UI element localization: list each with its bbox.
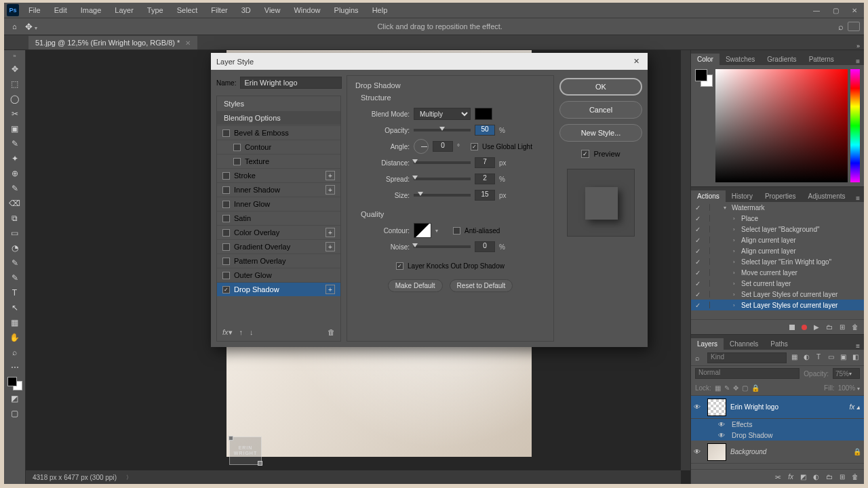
dialog-titlebar[interactable]: Layer Style ✕: [211, 53, 648, 70]
effect-checkbox[interactable]: [233, 144, 241, 151]
menu-type[interactable]: Type: [140, 4, 170, 16]
effect-pattern-overlay[interactable]: Pattern Overlay: [217, 253, 340, 268]
lock-artboard-icon[interactable]: ▢: [742, 384, 748, 392]
effect-texture[interactable]: Texture: [217, 154, 340, 168]
effect-checkbox[interactable]: [222, 201, 230, 208]
reset-default-button[interactable]: Reset to Default: [450, 279, 513, 292]
tool-16[interactable]: ↖: [7, 301, 22, 314]
add-effect-icon[interactable]: +: [326, 171, 335, 180]
tool-0[interactable]: ✥: [7, 62, 22, 76]
name-input[interactable]: [240, 77, 342, 89]
tool-1[interactable]: ⬚: [7, 77, 22, 91]
tab-adjustments[interactable]: Adjustments: [802, 190, 852, 202]
close-button[interactable]: ✕: [845, 3, 864, 17]
dialog-close-icon[interactable]: ✕: [630, 56, 642, 68]
filter-type-icon[interactable]: T: [814, 353, 823, 363]
effect-checkbox[interactable]: ✓: [222, 286, 230, 293]
layer-name[interactable]: Erin Wright logo: [730, 403, 845, 411]
effect-checkbox[interactable]: [222, 229, 230, 237]
effect-bevel-emboss[interactable]: Bevel & Emboss: [217, 125, 340, 140]
tool-18[interactable]: ✋: [7, 331, 22, 344]
scrollbar-vertical[interactable]: [681, 50, 690, 470]
action-step[interactable]: ✓›Move current layer: [691, 267, 864, 278]
filter-toggle-icon[interactable]: ◧: [850, 353, 860, 363]
hue-strip[interactable]: [850, 69, 860, 182]
effect-checkbox[interactable]: [222, 243, 230, 251]
effect-outer-glow[interactable]: Outer Glow: [217, 268, 340, 282]
action-step[interactable]: ✓›Set Layer Styles of current layer: [691, 300, 864, 310]
effect-checkbox[interactable]: [222, 258, 230, 265]
tab-swatches[interactable]: Swatches: [719, 54, 761, 65]
effect-checkbox[interactable]: [222, 186, 230, 194]
panel-menu-icon[interactable]: ≡: [852, 58, 864, 65]
filter-adjust-icon[interactable]: ◐: [802, 353, 811, 363]
cancel-button[interactable]: Cancel: [559, 101, 642, 119]
tool-2[interactable]: ◯: [7, 92, 22, 106]
tab-color[interactable]: Color: [691, 54, 719, 65]
tool-5[interactable]: ✎: [7, 137, 22, 150]
record-icon[interactable]: [802, 325, 807, 330]
tool-12[interactable]: ◔: [7, 241, 22, 255]
tool-14[interactable]: ✎: [7, 271, 22, 285]
tool-6[interactable]: ✦: [7, 152, 22, 165]
tool-3[interactable]: ✂: [7, 107, 22, 121]
noise-input[interactable]: 0: [475, 241, 495, 252]
distance-input[interactable]: 7: [475, 157, 495, 168]
search-icon[interactable]: ⌕: [695, 354, 705, 362]
layer-thumb[interactable]: [707, 443, 726, 461]
document-tab[interactable]: 51.jpg @ 12,5% (Erin Wright logo, RGB/8)…: [28, 36, 197, 49]
menu-file[interactable]: File: [22, 4, 47, 16]
spread-slider[interactable]: [414, 178, 471, 180]
tab-layers[interactable]: Layers: [691, 338, 724, 350]
layer-effect[interactable]: 👁Drop Shadow: [691, 430, 864, 441]
adjustment-icon[interactable]: ◐: [813, 473, 819, 481]
menu-image[interactable]: Image: [74, 4, 108, 16]
make-default-button[interactable]: Make Default: [388, 279, 443, 292]
action-step[interactable]: ✓›Set current layer: [691, 278, 864, 289]
lock-all-icon[interactable]: 🔒: [751, 384, 760, 392]
tool-4[interactable]: ▣: [7, 122, 22, 136]
group-icon[interactable]: 🗀: [826, 473, 833, 481]
maximize-button[interactable]: ▢: [826, 3, 845, 17]
panel-menu-icon[interactable]: ≡: [852, 342, 864, 350]
link-icon[interactable]: ⫘: [774, 473, 781, 481]
angle-dial[interactable]: [414, 139, 429, 154]
effect-drop-shadow[interactable]: ✓Drop Shadow+: [217, 282, 340, 296]
size-slider[interactable]: [414, 194, 471, 197]
fg-bg-swatch[interactable]: [695, 69, 713, 182]
trash-icon[interactable]: 🗑: [328, 328, 335, 336]
play-icon[interactable]: ▶: [814, 323, 819, 331]
spread-input[interactable]: 2: [475, 174, 495, 184]
screen-mode-icon[interactable]: ▢: [7, 407, 22, 420]
effect-checkbox[interactable]: [222, 129, 230, 137]
action-step[interactable]: ✓›Select layer "Erin Wright logo": [691, 256, 864, 267]
layer-name[interactable]: Background: [730, 448, 849, 455]
fill-field[interactable]: 100% ▾: [838, 384, 860, 392]
workspace-button[interactable]: [848, 22, 860, 31]
home-icon[interactable]: ⌂: [8, 21, 21, 32]
filter-shape-icon[interactable]: ▭: [826, 353, 835, 363]
kind-filter[interactable]: Kind: [707, 352, 787, 363]
new-action-icon[interactable]: ⊞: [840, 323, 845, 331]
action-step[interactable]: ✓›Align current layer: [691, 235, 864, 245]
blend-mode-select[interactable]: Multiply: [414, 108, 471, 120]
tab-patterns[interactable]: Patterns: [803, 54, 840, 65]
preview-checkbox[interactable]: ✓: [581, 150, 589, 158]
tool-8[interactable]: ✎: [7, 182, 22, 195]
filter-pixel-icon[interactable]: ▦: [789, 353, 799, 363]
quick-mask-icon[interactable]: ◩: [7, 392, 22, 405]
blending-options[interactable]: Blending Options: [217, 111, 340, 125]
knockout-checkbox[interactable]: ✓: [396, 262, 403, 270]
tool-13[interactable]: ✎: [7, 256, 22, 270]
fg-bg-swatch[interactable]: [7, 377, 22, 390]
shadow-color-swatch[interactable]: [475, 108, 492, 120]
new-layer-icon[interactable]: ⊞: [840, 473, 845, 481]
add-effect-icon[interactable]: +: [326, 228, 335, 237]
foreground-swatch[interactable]: [695, 69, 707, 81]
tool-17[interactable]: ▦: [7, 316, 22, 329]
add-effect-icon[interactable]: +: [326, 185, 335, 195]
stop-icon[interactable]: [789, 325, 795, 330]
opacity-field[interactable]: 75% ▾: [833, 368, 860, 379]
add-effect-icon[interactable]: +: [326, 285, 335, 294]
noise-slider[interactable]: [414, 245, 471, 248]
